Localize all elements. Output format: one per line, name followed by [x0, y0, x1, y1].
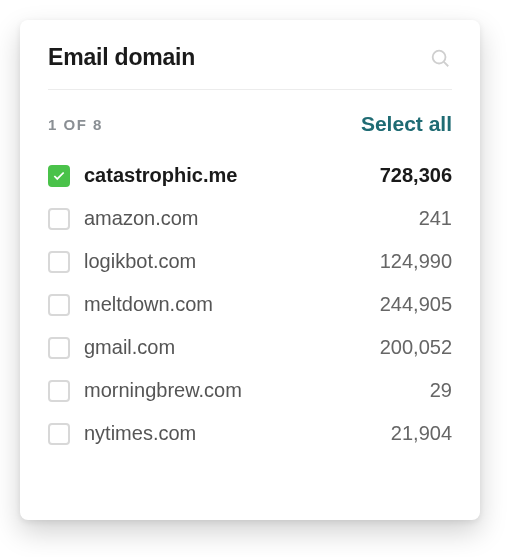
svg-line-1 [444, 61, 448, 65]
list-item[interactable]: logikbot.com124,990 [48, 240, 452, 283]
checkbox[interactable] [48, 337, 70, 359]
list-item[interactable]: meltdown.com244,905 [48, 283, 452, 326]
list-item[interactable]: amazon.com241 [48, 197, 452, 240]
domain-label: nytimes.com [84, 422, 391, 445]
domain-label: logikbot.com [84, 250, 380, 273]
list-item[interactable]: morningbrew.com29 [48, 369, 452, 412]
list-item[interactable]: nytimes.com21,904 [48, 412, 452, 455]
panel-meta-row: 1 OF 8 Select all [48, 90, 452, 154]
list-item[interactable]: gmail.com200,052 [48, 326, 452, 369]
domain-list: catastrophic.me728,306amazon.com241logik… [48, 154, 452, 455]
panel-header: Email domain [48, 44, 452, 90]
checkbox[interactable] [48, 165, 70, 187]
domain-count: 124,990 [380, 250, 452, 273]
domain-label: amazon.com [84, 207, 419, 230]
domain-count: 200,052 [380, 336, 452, 359]
checkbox[interactable] [48, 251, 70, 273]
domain-count: 728,306 [380, 164, 452, 187]
domain-label: meltdown.com [84, 293, 380, 316]
domain-count: 244,905 [380, 293, 452, 316]
domain-count: 21,904 [391, 422, 452, 445]
search-icon[interactable] [428, 46, 452, 70]
domain-count: 241 [419, 207, 452, 230]
domain-label: gmail.com [84, 336, 380, 359]
checkbox[interactable] [48, 380, 70, 402]
select-all-button[interactable]: Select all [361, 112, 452, 136]
domain-count: 29 [430, 379, 452, 402]
email-domain-panel: Email domain 1 OF 8 Select all catastrop… [20, 20, 480, 520]
list-item[interactable]: catastrophic.me728,306 [48, 154, 452, 197]
domain-label: morningbrew.com [84, 379, 430, 402]
checkbox[interactable] [48, 208, 70, 230]
checkbox[interactable] [48, 423, 70, 445]
panel-title: Email domain [48, 44, 195, 71]
selection-count-label: 1 OF 8 [48, 116, 103, 133]
checkbox[interactable] [48, 294, 70, 316]
svg-point-0 [433, 50, 446, 63]
domain-label: catastrophic.me [84, 164, 380, 187]
